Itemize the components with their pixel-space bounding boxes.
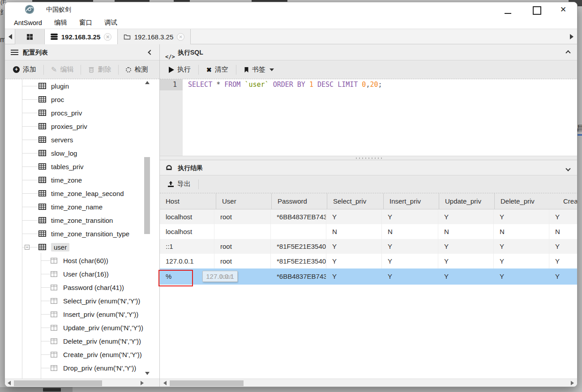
result-row[interactable]: localhostroot*6BB4837EB743YYYYY bbox=[160, 209, 578, 224]
tree-table-item-selected[interactable]: − user bbox=[5, 240, 159, 254]
run-button[interactable]: 执行 bbox=[169, 65, 191, 74]
cell-insert-priv[interactable]: Y bbox=[382, 209, 438, 224]
tab-file-manager[interactable]: 192.168.3.25 ✕ bbox=[118, 29, 191, 44]
cell-create-priv[interactable]: Y bbox=[549, 209, 578, 224]
tree-table-item[interactable]: time_zone_transition_type bbox=[5, 227, 159, 240]
tree-table-item[interactable]: proc bbox=[5, 93, 159, 106]
cell-password[interactable] bbox=[271, 224, 326, 239]
cell-password[interactable]: *6BB4837EB743 bbox=[271, 268, 326, 285]
cell-insert-priv[interactable]: Y bbox=[382, 268, 438, 285]
panel-divider[interactable] bbox=[159, 44, 160, 387]
cell-host[interactable]: localhost bbox=[160, 209, 214, 224]
export-button[interactable]: 导出 bbox=[167, 180, 191, 188]
menu-debug[interactable]: 调试 bbox=[104, 18, 117, 27]
delete-button[interactable]: 删除 bbox=[88, 65, 111, 74]
tree-column-item[interactable]: Update_priv (enum('N','Y')) bbox=[5, 321, 159, 334]
scroll-down-icon[interactable] bbox=[145, 372, 150, 375]
cell-password[interactable]: *81F5E21E3540 bbox=[271, 239, 326, 254]
cell-select-priv[interactable]: Y bbox=[326, 209, 382, 224]
cell-select-priv[interactable]: Y bbox=[326, 254, 382, 268]
tab-scroll-right-icon[interactable] bbox=[570, 34, 573, 39]
header-cell[interactable]: Insert_priv bbox=[384, 193, 439, 209]
cell-host[interactable]: localhost bbox=[160, 224, 214, 239]
scrollbar-thumb[interactable] bbox=[144, 157, 150, 234]
cell-delete-priv[interactable]: Y bbox=[494, 239, 549, 254]
tree-column-item[interactable]: Select_priv (enum('N','Y')) bbox=[5, 294, 159, 307]
header-cell[interactable]: Update_priv bbox=[439, 193, 495, 209]
collapse-down-icon[interactable] bbox=[565, 166, 570, 171]
result-row[interactable]: ::1root*81F5E21E3540YYYYY bbox=[160, 239, 578, 254]
cell-select-priv[interactable]: N bbox=[326, 224, 382, 239]
tree-column-item[interactable]: Insert_priv (enum('N','Y')) bbox=[5, 307, 159, 321]
tab-scroll-left-icon[interactable] bbox=[9, 34, 12, 39]
cell-user[interactable] bbox=[214, 224, 271, 239]
cell-create-priv[interactable]: Y bbox=[549, 239, 578, 254]
tree-table-item[interactable]: time_zone_transition bbox=[5, 213, 159, 227]
scrollbar-thumb[interactable] bbox=[14, 380, 102, 386]
cell-create-priv[interactable]: N bbox=[549, 224, 578, 239]
cell-select-priv[interactable]: Y bbox=[326, 268, 382, 285]
result-row[interactable]: 127.0.0.1root*81F5E21E3540YYYYY bbox=[160, 254, 578, 268]
tab-database[interactable]: 192.168.3.25 ✕ bbox=[45, 29, 118, 44]
cell-host[interactable]: ::1 bbox=[160, 239, 214, 254]
cell-user[interactable]: root bbox=[214, 209, 271, 224]
cell-host[interactable]: 127.0.0.1 bbox=[160, 254, 214, 268]
cell-update-priv[interactable]: Y bbox=[438, 268, 494, 285]
cell-delete-priv[interactable]: Y bbox=[494, 268, 549, 285]
tree-column-item[interactable]: Drop_priv (enum('N','Y')) bbox=[5, 361, 159, 375]
cell-delete-priv[interactable]: N bbox=[494, 224, 549, 239]
cell-password[interactable]: *81F5E21E3540 bbox=[271, 254, 326, 268]
cell-user[interactable]: root bbox=[214, 239, 271, 254]
sql-code-line[interactable]: SELECT * FROM `user` ORDER BY 1 DESC LIM… bbox=[188, 79, 382, 90]
cell-insert-priv[interactable]: N bbox=[382, 224, 438, 239]
minimize-button[interactable] bbox=[497, 2, 518, 17]
tree-table-item[interactable]: time_zone bbox=[5, 173, 159, 187]
tab-close-icon[interactable]: ✕ bbox=[177, 33, 184, 41]
result-row[interactable]: localhostNNNNN bbox=[160, 224, 578, 239]
cell-select-priv[interactable]: Y bbox=[326, 239, 382, 254]
scroll-up-icon[interactable] bbox=[145, 81, 150, 84]
header-cell[interactable]: User bbox=[216, 193, 272, 209]
tree-table-item[interactable]: plugin bbox=[5, 79, 159, 93]
tree-table-item[interactable]: servers bbox=[5, 133, 159, 146]
cell-delete-priv[interactable]: Y bbox=[494, 209, 549, 224]
tree-column-item[interactable]: Delete_priv (enum('N','Y')) bbox=[5, 334, 159, 348]
header-cell[interactable]: Delete_priv bbox=[495, 193, 557, 209]
scroll-left-icon[interactable] bbox=[163, 381, 167, 385]
cell-insert-priv[interactable]: Y bbox=[382, 254, 438, 268]
check-button[interactable]: 检测 bbox=[126, 65, 148, 74]
cell-password[interactable]: *6BB4837EB743 bbox=[271, 209, 326, 224]
clear-button[interactable]: ✖ 清空 bbox=[206, 65, 228, 74]
scrollbar-thumb[interactable] bbox=[170, 380, 244, 386]
collapse-up-icon[interactable] bbox=[565, 50, 570, 55]
bookmark-button[interactable]: 书签 bbox=[244, 65, 274, 74]
tree-column-item[interactable]: Host (char(60)) bbox=[5, 254, 159, 267]
header-cell[interactable]: Create_priv bbox=[557, 193, 578, 209]
panel-splitter[interactable] bbox=[160, 156, 578, 160]
edit-button[interactable]: ✎ 编辑 bbox=[51, 65, 73, 74]
tree-table-item[interactable]: time_zone_leap_second bbox=[5, 187, 159, 200]
menu-antsword[interactable]: AntSword bbox=[14, 19, 42, 26]
tree-table-item[interactable]: procs_priv bbox=[5, 106, 159, 119]
cell-update-priv[interactable]: Y bbox=[438, 254, 494, 268]
menu-edit[interactable]: 编辑 bbox=[54, 18, 67, 27]
header-cell[interactable]: Password bbox=[272, 193, 327, 209]
collapse-left-icon[interactable] bbox=[148, 50, 153, 55]
cell-create-priv[interactable]: Y bbox=[549, 268, 578, 285]
cell-delete-priv[interactable]: Y bbox=[494, 254, 549, 268]
scroll-left-icon[interactable] bbox=[8, 381, 11, 385]
cell-user[interactable]: root bbox=[214, 254, 271, 268]
tree-column-item[interactable]: Create_priv (enum('N','Y')) bbox=[5, 348, 159, 361]
tree-column-item[interactable]: User (char(16)) bbox=[5, 267, 159, 281]
close-button[interactable] bbox=[554, 2, 574, 17]
maximize-button[interactable] bbox=[526, 2, 546, 17]
header-cell[interactable]: Host bbox=[160, 193, 216, 209]
tree-table-item[interactable]: slow_log bbox=[5, 146, 159, 160]
cell-insert-priv[interactable]: Y bbox=[382, 239, 438, 254]
cell-update-priv[interactable]: Y bbox=[438, 209, 494, 224]
menu-window[interactable]: 窗口 bbox=[79, 18, 92, 27]
tree-column-item[interactable]: Reload_priv (enum('N','Y')) bbox=[5, 375, 159, 379]
scroll-right-icon[interactable] bbox=[571, 381, 574, 385]
cell-update-priv[interactable]: N bbox=[438, 224, 494, 239]
tab-dashboard[interactable] bbox=[15, 29, 45, 44]
